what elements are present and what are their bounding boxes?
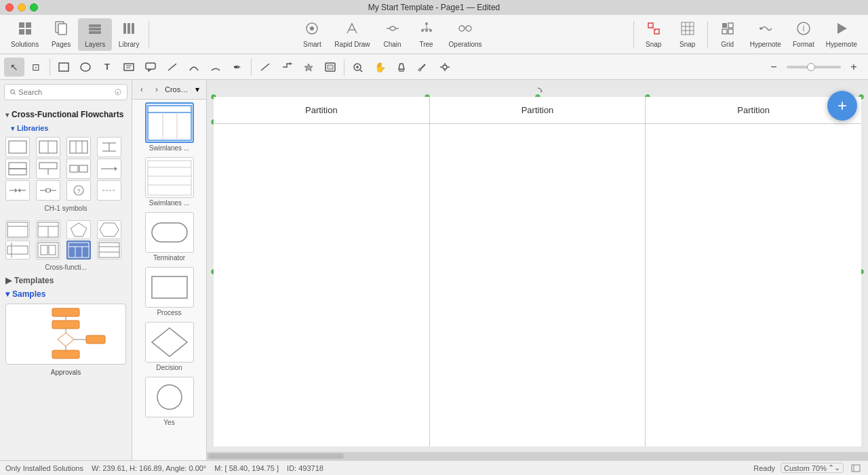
shape-item[interactable] — [36, 180, 60, 201]
shape-item[interactable] — [66, 137, 91, 157]
toolbar-pages[interactable]: Pages — [44, 18, 78, 51]
shape-entry-process[interactable]: Process — [135, 267, 203, 316]
toolbar-solutions[interactable]: Solutions — [5, 18, 44, 51]
toolbar-info[interactable]: i Format — [787, 18, 821, 51]
shape-item[interactable] — [5, 220, 30, 239]
pan-tool[interactable]: ✋ — [370, 58, 390, 77]
connect-tool[interactable] — [255, 58, 275, 77]
maximize-button[interactable] — [30, 3, 38, 12]
scrollbar-thumb[interactable] — [208, 453, 344, 459]
zoom-in-icon[interactable] — [348, 58, 368, 77]
toolbar-format[interactable]: Grid — [711, 18, 745, 51]
toolbar-snap[interactable]: Snap — [637, 18, 671, 51]
shape-entry-label-yes: Yes — [163, 419, 174, 426]
shape-entry-terminator[interactable]: Terminator — [135, 212, 203, 262]
shape-item[interactable] — [66, 220, 91, 239]
add-fab-button[interactable]: + — [827, 91, 857, 121]
arc-tool[interactable] — [205, 58, 226, 77]
minimize-button[interactable] — [18, 3, 26, 12]
svg-line-28 — [651, 26, 656, 31]
toolbar-hypernote[interactable]: Hypernote — [745, 18, 787, 51]
line-tool[interactable] — [162, 58, 182, 77]
tool-sep-2 — [251, 59, 252, 75]
svg-rect-73 — [70, 141, 87, 153]
toolbar-grid[interactable]: Snap — [671, 18, 705, 51]
shape-item[interactable] — [66, 241, 91, 260]
select-rect-tool[interactable]: ⊡ — [26, 58, 46, 77]
toolbar-layers[interactable]: Layers — [78, 18, 112, 51]
toolbar-operations[interactable]: Operations — [443, 18, 488, 51]
cross-functional-label: Cross-Functional Flowcharts — [12, 110, 123, 119]
connect2-tool[interactable] — [277, 58, 297, 77]
magic-tool[interactable] — [435, 58, 455, 77]
toolbar-present[interactable]: Hypernote — [821, 18, 863, 51]
shape-item[interactable] — [36, 159, 60, 179]
samples-section-header[interactable]: ▾ Samples — [0, 287, 132, 301]
canvas-area[interactable]: + — [207, 80, 868, 460]
zoom-slider-track[interactable] — [787, 66, 841, 68]
toolbar-chain[interactable]: Chain — [376, 18, 410, 51]
shape-item[interactable] — [36, 241, 60, 260]
toolbar-rapid-draw[interactable]: Rapid Draw — [329, 18, 375, 51]
shape-item[interactable] — [36, 220, 60, 239]
tree-label: Tree — [419, 41, 433, 48]
container-tool[interactable] — [320, 58, 340, 77]
shape-item[interactable] — [66, 159, 91, 179]
shape-entry-label-swimlanes1: Swimlanes ... — [149, 144, 189, 152]
templates-section-header[interactable]: ▶ Templates — [0, 274, 132, 287]
close-button[interactable] — [5, 3, 14, 12]
shape-item[interactable] — [97, 137, 121, 157]
approvals-thumbnail[interactable] — [5, 304, 126, 365]
shape-item[interactable] — [5, 137, 30, 157]
svg-marker-86 — [115, 167, 117, 171]
swimlane-header-row: Partition Partition Partition — [214, 97, 861, 124]
text-tool[interactable]: T — [97, 58, 117, 77]
horizontal-scrollbar[interactable] — [207, 452, 868, 460]
shape-preview-yes — [145, 377, 194, 417]
nav-more-button[interactable]: ▾ — [191, 83, 203, 96]
libraries-label: Libraries — [17, 124, 48, 132]
pen-tool[interactable]: ✒ — [227, 58, 248, 77]
stamp-tool[interactable] — [298, 58, 319, 77]
toolbar-smart[interactable]: Smart — [295, 18, 329, 51]
expand-button[interactable] — [849, 463, 863, 473]
tree-subsection-libraries[interactable]: ▾ Libraries — [0, 122, 132, 134]
shape-item[interactable] — [5, 180, 30, 201]
toolbar-library[interactable]: Library — [112, 18, 146, 51]
toolbar-tree[interactable]: Tree — [410, 18, 443, 51]
present-label: Hypernote — [826, 41, 857, 48]
zoom-selector[interactable]: Custom 70% ⌃⌄ — [781, 463, 844, 473]
svg-rect-3 — [26, 29, 31, 35]
callout-tool[interactable] — [140, 58, 161, 77]
zoom-slider-thumb[interactable] — [807, 63, 815, 71]
shape-item[interactable] — [97, 159, 121, 179]
shape-entry-yes[interactable]: Yes — [135, 377, 203, 426]
eyedropper-tool[interactable] — [413, 58, 433, 77]
nav-forward-button[interactable]: › — [150, 83, 163, 96]
shape-item[interactable] — [5, 241, 30, 260]
zoom-in-button[interactable]: + — [844, 58, 864, 77]
shape-item[interactable] — [97, 220, 121, 239]
search-input[interactable] — [18, 88, 112, 96]
shape-item[interactable] — [5, 159, 30, 179]
curve-tool[interactable] — [184, 58, 204, 77]
shape-item[interactable] — [97, 241, 121, 260]
tree-section-cross-functional[interactable]: ▾ Cross-Functional Flowcharts — [0, 107, 132, 122]
svg-point-60 — [418, 68, 421, 71]
bucket-tool[interactable] — [391, 58, 412, 77]
shape-entry-swimlanes2[interactable]: Swimlanes ... — [135, 157, 203, 207]
text-box-tool[interactable] — [119, 58, 139, 77]
zoom-out-button[interactable]: − — [764, 58, 784, 77]
shape-entry-swimlanes1[interactable]: Swimlanes ... — [135, 102, 203, 152]
window-controls[interactable] — [5, 3, 38, 12]
shape-entry-decision[interactable]: Decision — [135, 322, 203, 371]
shape-item[interactable] — [97, 180, 121, 201]
shape-item[interactable]: ? — [66, 180, 91, 201]
rect-tool[interactable] — [54, 58, 74, 77]
nav-back-button[interactable]: ‹ — [135, 83, 149, 96]
select-tool[interactable]: ↖ — [4, 58, 24, 77]
circle-tool[interactable] — [75, 58, 96, 77]
shape-item[interactable] — [36, 137, 60, 157]
search-box[interactable]: ✦ — [4, 84, 127, 100]
smart-icon — [304, 21, 319, 39]
